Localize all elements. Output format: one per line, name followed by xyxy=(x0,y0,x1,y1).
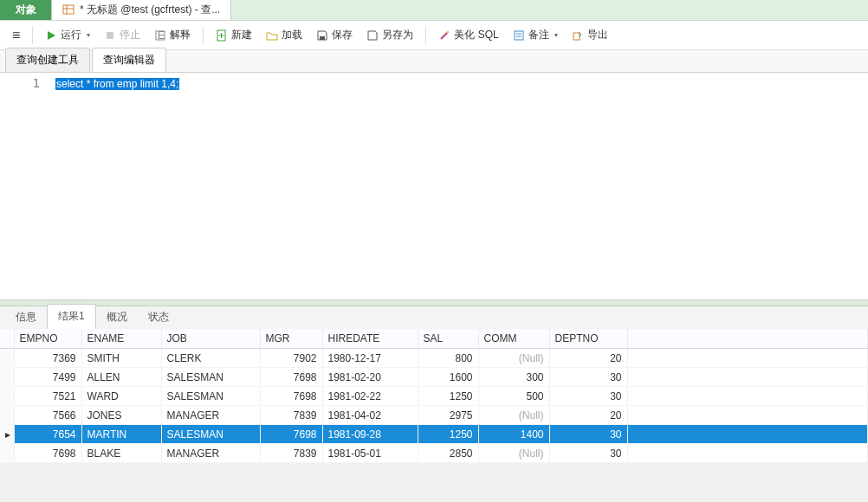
cell-mgr[interactable]: 7902 xyxy=(260,349,322,368)
cell-empno[interactable]: 7499 xyxy=(14,368,81,387)
cell-job[interactable]: SALESMAN xyxy=(161,425,260,444)
svg-rect-4 xyxy=(107,32,113,39)
tab-query[interactable]: * 无标题 @test (gcfrtest) - 查... xyxy=(52,0,231,20)
cell-hiredate[interactable]: 1981-02-22 xyxy=(322,387,418,406)
restab-result1[interactable]: 结果1 xyxy=(47,304,96,329)
cell-sal[interactable]: 2975 xyxy=(418,406,478,425)
explain-icon: E xyxy=(154,29,166,42)
save-icon xyxy=(316,29,328,42)
table-row[interactable]: 7369SMITHCLERK79021980-12-17800(Null)20 xyxy=(0,349,868,368)
cell-ename[interactable]: ALLEN xyxy=(81,368,161,387)
col-job[interactable]: JOB xyxy=(161,329,260,349)
line-gutter: 1 xyxy=(0,73,50,299)
cell-hiredate[interactable]: 1981-02-20 xyxy=(322,368,418,387)
cell-empno[interactable]: 7369 xyxy=(14,349,81,368)
new-icon xyxy=(216,29,228,42)
window-tabs: 对象 * 无标题 @test (gcfrtest) - 查... xyxy=(0,0,868,21)
notes-button[interactable]: 备注▾ xyxy=(508,24,563,46)
menu-button[interactable]: ≡ xyxy=(7,24,25,47)
cell-hiredate[interactable]: 1981-05-01 xyxy=(322,444,418,463)
beautify-button[interactable]: 美化 SQL xyxy=(433,24,503,46)
cell-ename[interactable]: JONES xyxy=(81,406,161,425)
cell-sal[interactable]: 2850 xyxy=(418,444,478,463)
cell-empno[interactable]: 7566 xyxy=(14,406,81,425)
svg-point-12 xyxy=(447,30,450,33)
cell-deptno[interactable]: 30 xyxy=(549,368,627,387)
cell-comm[interactable]: (Null) xyxy=(478,406,549,425)
query-icon xyxy=(62,3,74,17)
saveas-button[interactable]: 另存为 xyxy=(361,24,418,46)
stop-button: 停止 xyxy=(99,24,146,46)
cell-hiredate[interactable]: 1981-09-28 xyxy=(322,425,418,444)
col-ename[interactable]: ENAME xyxy=(81,329,161,349)
cell-ename[interactable]: MARTIN xyxy=(81,425,161,444)
col-sal[interactable]: SAL xyxy=(418,329,478,349)
new-button[interactable]: 新建 xyxy=(211,24,257,46)
table-row[interactable]: ▸7654MARTINSALESMAN76981981-09-281250140… xyxy=(0,425,868,444)
cell-mgr[interactable]: 7698 xyxy=(260,368,322,387)
cell-sal[interactable]: 1600 xyxy=(418,368,478,387)
col-deptno[interactable]: DEPTNO xyxy=(549,329,627,349)
row-marker xyxy=(0,349,14,368)
cell-ename[interactable]: SMITH xyxy=(81,349,161,368)
cell-hiredate[interactable]: 1981-04-02 xyxy=(322,406,418,425)
restab-overview[interactable]: 概况 xyxy=(96,306,138,329)
table-row[interactable]: 7566JONESMANAGER78391981-04-022975(Null)… xyxy=(0,406,868,425)
row-marker xyxy=(0,387,14,406)
col-empno[interactable]: EMPNO xyxy=(14,329,81,349)
export-icon xyxy=(572,29,584,42)
cell-job[interactable]: MANAGER xyxy=(161,406,260,425)
save-button[interactable]: 保存 xyxy=(311,24,358,46)
cell-empno[interactable]: 7698 xyxy=(14,444,81,463)
cell-empno[interactable]: 7521 xyxy=(14,387,81,406)
cell-deptno[interactable]: 30 xyxy=(549,444,627,463)
cell-job[interactable]: SALESMAN xyxy=(161,387,260,406)
sql-editor[interactable]: 1 select * from emp limit 1,4; xyxy=(0,73,868,299)
menu-icon: ≡ xyxy=(12,28,20,43)
subtab-builder[interactable]: 查询创建工具 xyxy=(5,48,90,72)
cell-job[interactable]: SALESMAN xyxy=(161,368,260,387)
cell-deptno[interactable]: 20 xyxy=(549,406,627,425)
restab-msg[interactable]: 信息 xyxy=(5,306,47,329)
cell-mgr[interactable]: 7698 xyxy=(260,387,322,406)
cell-mgr[interactable]: 7839 xyxy=(260,444,322,463)
cell-job[interactable]: CLERK xyxy=(161,349,260,368)
cell-empno[interactable]: 7654 xyxy=(14,425,81,444)
cell-deptno[interactable]: 20 xyxy=(549,349,627,368)
cell-comm[interactable]: 500 xyxy=(478,387,549,406)
cell-ename[interactable]: WARD xyxy=(81,387,161,406)
cell-ename[interactable]: BLAKE xyxy=(81,444,161,463)
cell-comm[interactable]: (Null) xyxy=(478,444,549,463)
cell-deptno[interactable]: 30 xyxy=(549,387,627,406)
stop-icon xyxy=(104,29,116,42)
toolbar: ≡ 运行▾ 停止 E 解释 新建 加载 保存 另存为 美化 SQL 备注▾ 导出 xyxy=(0,21,868,50)
separator xyxy=(425,27,426,44)
row-marker: ▸ xyxy=(0,425,14,444)
table-row[interactable]: 7698BLAKEMANAGER78391981-05-012850(Null)… xyxy=(0,444,868,463)
cell-comm[interactable]: 1400 xyxy=(478,425,549,444)
subtab-editor[interactable]: 查询编辑器 xyxy=(92,48,166,72)
col-mgr[interactable]: MGR xyxy=(260,329,322,349)
result-grid[interactable]: EMPNOENAMEJOBMGRHIREDATESALCOMMDEPTNO 73… xyxy=(0,329,868,463)
cell-job[interactable]: MANAGER xyxy=(161,444,260,463)
tab-object[interactable]: 对象 xyxy=(0,0,52,20)
table-row[interactable]: 7499ALLENSALESMAN76981981-02-20160030030 xyxy=(0,368,868,387)
cell-deptno[interactable]: 30 xyxy=(549,425,627,444)
load-button[interactable]: 加载 xyxy=(261,24,308,46)
cell-mgr[interactable]: 7698 xyxy=(260,425,322,444)
explain-button[interactable]: E 解释 xyxy=(149,24,196,46)
cell-comm[interactable]: (Null) xyxy=(478,349,549,368)
cell-mgr[interactable]: 7839 xyxy=(260,406,322,425)
cell-comm[interactable]: 300 xyxy=(478,368,549,387)
cell-hiredate[interactable]: 1980-12-17 xyxy=(322,349,418,368)
col-hiredate[interactable]: HIREDATE xyxy=(322,329,418,349)
table-row[interactable]: 7521WARDSALESMAN76981981-02-22125050030 xyxy=(0,387,868,406)
cell-sal[interactable]: 800 xyxy=(418,349,478,368)
cell-sal[interactable]: 1250 xyxy=(418,425,478,444)
col-comm[interactable]: COMM xyxy=(478,329,549,349)
code-area[interactable]: select * from emp limit 1,4; xyxy=(50,73,868,299)
export-button[interactable]: 导出 xyxy=(567,24,613,46)
cell-sal[interactable]: 1250 xyxy=(418,387,478,406)
run-button[interactable]: 运行▾ xyxy=(40,24,95,46)
restab-status[interactable]: 状态 xyxy=(138,306,179,329)
